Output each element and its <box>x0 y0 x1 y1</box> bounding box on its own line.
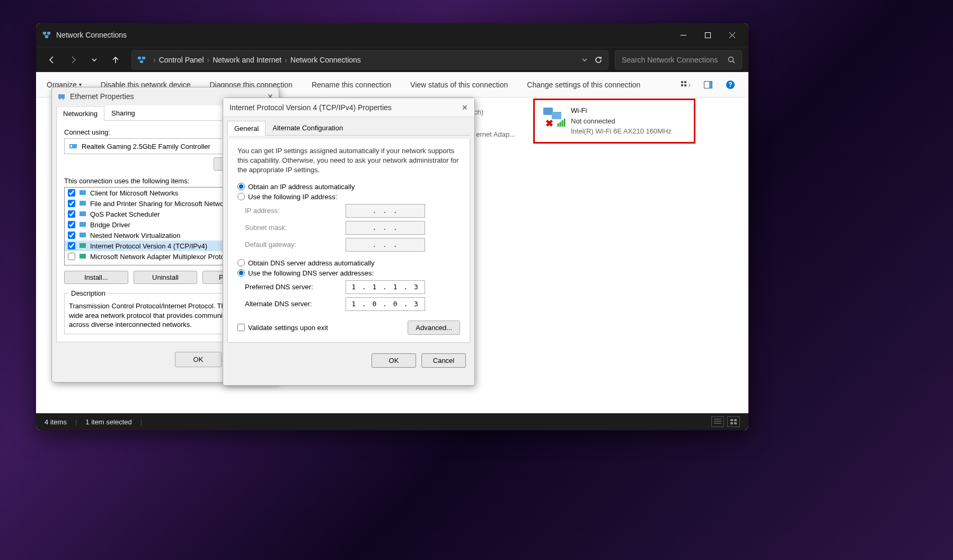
chevron-down-icon[interactable] <box>581 57 588 63</box>
svg-rect-27 <box>70 145 72 147</box>
minimize-button[interactable] <box>671 23 695 47</box>
svg-rect-32 <box>80 233 86 237</box>
breadcrumb-item[interactable]: Network Connections <box>290 56 361 64</box>
preview-pane-button[interactable] <box>701 77 716 92</box>
svg-rect-2 <box>45 35 48 38</box>
partial-adapter-text: ernet Adap... <box>476 130 515 138</box>
rename-button[interactable]: Rename this connection <box>312 81 391 89</box>
svg-point-7 <box>729 57 734 61</box>
history-dropdown-button[interactable] <box>85 50 104 69</box>
subnet-label: Subnet mask: <box>245 224 346 232</box>
view-status-button[interactable]: View status of this connection <box>410 81 508 89</box>
statusbar: 4 items | 1 item selected | <box>36 413 748 430</box>
dialog-title: Internet Protocol Version 4 (TCP/IPv4) P… <box>230 103 392 112</box>
dns-manual-radio[interactable]: Use the following DNS server addresses: <box>237 269 460 277</box>
uninstall-button[interactable]: Uninstall <box>134 271 198 284</box>
item-count: 4 items <box>45 418 67 426</box>
back-button[interactable] <box>42 50 61 69</box>
svg-rect-6 <box>140 60 143 63</box>
tab-alternate[interactable]: Alternate Configuration <box>266 120 350 135</box>
svg-text:✖: ✖ <box>545 118 553 129</box>
component-icon <box>78 231 87 239</box>
svg-rect-10 <box>681 84 683 86</box>
ip-address-input: . . . <box>346 204 425 218</box>
large-icons-view-button[interactable] <box>727 416 740 427</box>
alt-dns-label: Alternate DNS server: <box>245 300 346 308</box>
details-view-button[interactable] <box>711 416 724 427</box>
breadcrumb-item[interactable]: Network and Internet <box>213 56 281 64</box>
pref-dns-label: Preferred DNS server: <box>245 283 346 291</box>
forward-button[interactable] <box>64 50 83 69</box>
svg-rect-3 <box>705 32 710 38</box>
search-icon <box>728 56 735 64</box>
svg-text:?: ? <box>728 81 732 88</box>
install-button[interactable]: Install... <box>64 271 128 284</box>
tab-general[interactable]: General <box>227 121 266 136</box>
chevron-right-icon: › <box>285 56 287 64</box>
wifi-connection-item[interactable]: ✖ Wi-Fi Not connected Intel(R) Wi-Fi 6E … <box>533 99 695 144</box>
connection-adapter: Intel(R) Wi-Fi 6E AX210 160MHz <box>571 126 672 137</box>
tab-sharing[interactable]: Sharing <box>104 105 142 120</box>
pref-dns-input[interactable]: 1 . 1 . 1 . 3 <box>346 280 425 294</box>
svg-rect-30 <box>80 211 86 216</box>
tab-networking[interactable]: Networking <box>56 106 104 121</box>
protocol-icon <box>78 252 87 261</box>
svg-rect-5 <box>142 57 145 59</box>
cancel-button[interactable]: Cancel <box>421 353 466 368</box>
ipv4-properties-dialog: Internet Protocol Version 4 (TCP/IPv4) P… <box>223 97 475 386</box>
dialog-titlebar: Internet Protocol Version 4 (TCP/IPv4) P… <box>223 98 474 117</box>
ethernet-icon <box>57 92 66 101</box>
svg-rect-25 <box>63 99 64 100</box>
connection-status: Not connected <box>571 116 672 127</box>
validate-checkbox[interactable] <box>237 324 245 331</box>
search-input[interactable]: Search Network Connections <box>615 50 742 69</box>
validate-label: Validate settings upon exit <box>248 324 328 332</box>
search-placeholder: Search Network Connections <box>622 56 728 64</box>
close-button[interactable]: ✕ <box>462 103 468 112</box>
ip-auto-radio[interactable]: Obtain an IP address automatically <box>237 183 460 191</box>
chevron-right-icon: › <box>207 56 210 64</box>
gateway-input: . . . <box>346 238 425 252</box>
component-icon <box>78 220 87 229</box>
ok-button[interactable]: OK <box>372 353 416 368</box>
wifi-icon: ✖ <box>540 105 566 131</box>
address-bar[interactable]: › Control Panel › Network and Internet ›… <box>131 50 608 69</box>
svg-rect-33 <box>80 243 86 248</box>
view-options-button[interactable] <box>678 77 693 92</box>
subnet-input: . . . <box>346 221 425 235</box>
protocol-icon <box>78 242 87 250</box>
svg-rect-8 <box>681 81 683 83</box>
component-icon <box>78 189 87 197</box>
svg-rect-19 <box>730 419 733 421</box>
help-button[interactable]: ? <box>723 77 738 92</box>
maximize-button[interactable] <box>695 23 720 47</box>
close-button[interactable] <box>720 23 744 47</box>
dialog-title: Ethernet Properties <box>70 92 134 101</box>
svg-rect-24 <box>59 99 60 100</box>
navbar: › Control Panel › Network and Internet ›… <box>36 47 748 72</box>
nic-icon <box>69 142 77 150</box>
svg-rect-1 <box>47 32 50 34</box>
selection-count: 1 item selected <box>85 418 131 426</box>
network-icon <box>42 31 51 39</box>
advanced-button[interactable]: Advanced... <box>408 321 460 335</box>
svg-rect-21 <box>730 422 733 424</box>
svg-rect-11 <box>684 84 686 86</box>
connection-name: Wi-Fi <box>571 105 672 116</box>
change-settings-button[interactable]: Change settings of this connection <box>527 81 640 89</box>
breadcrumb-item[interactable]: Control Panel <box>159 56 204 64</box>
chevron-right-icon: › <box>153 56 156 64</box>
component-icon <box>78 199 87 208</box>
svg-rect-20 <box>734 419 737 421</box>
up-button[interactable] <box>106 50 125 69</box>
alt-dns-input[interactable]: 1 . 0 . 0 . 3 <box>346 297 425 311</box>
ip-manual-radio[interactable]: Use the following IP address: <box>237 193 460 201</box>
dns-auto-radio[interactable]: Obtain DNS server address automatically <box>237 259 460 267</box>
svg-rect-9 <box>684 81 686 83</box>
gateway-label: Default gateway: <box>245 241 346 248</box>
svg-rect-0 <box>43 32 46 34</box>
ok-button[interactable]: OK <box>175 352 222 367</box>
svg-rect-28 <box>80 190 86 195</box>
refresh-icon[interactable] <box>594 56 603 64</box>
folder-icon <box>137 56 146 64</box>
